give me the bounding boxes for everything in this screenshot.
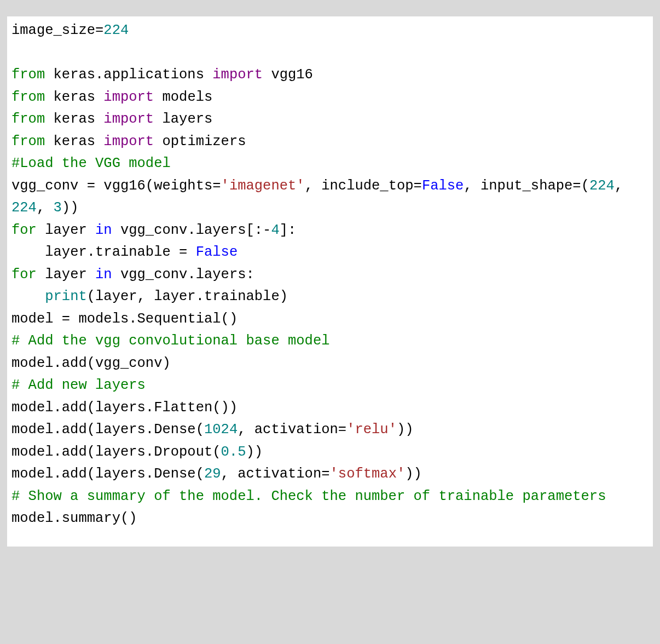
code-line: model.add(layers.Dropout(0.5)) xyxy=(11,444,263,460)
code-comment: # Add the vgg convolutional base model xyxy=(11,333,330,349)
code-line: layer.trainable = False xyxy=(11,244,238,260)
code-line: image_size=224 xyxy=(11,22,129,38)
code-line: for layer in vgg_conv.layers[:-4]: xyxy=(11,222,296,238)
code-line: model.summary() xyxy=(11,510,137,526)
code-line: print(layer, layer.trainable) xyxy=(11,289,288,304)
code-line: model.add(vgg_conv) xyxy=(11,355,171,371)
code-comment: #Load the VGG model xyxy=(11,156,171,171)
code-line: from keras.applications import vgg16 xyxy=(11,67,313,83)
code-blank-line xyxy=(11,45,20,61)
code-block: image_size=224 from keras.applications i… xyxy=(7,16,653,547)
code-comment: # Show a summary of the model. Check the… xyxy=(11,488,606,504)
code-line: vgg_conv = vgg16(weights='imagenet', inc… xyxy=(11,178,632,216)
code-line: from keras import optimizers xyxy=(11,134,246,150)
code-line: model = models.Sequential() xyxy=(11,311,238,327)
code-comment: # Add new layers xyxy=(11,377,146,393)
code-line: model.add(layers.Dense(29, activation='s… xyxy=(11,466,422,482)
code-line: model.add(layers.Flatten()) xyxy=(11,400,238,416)
code-line: from keras import layers xyxy=(11,111,212,127)
code-line: model.add(layers.Dense(1024, activation=… xyxy=(11,422,414,438)
code-content: image_size=224 from keras.applications i… xyxy=(11,20,649,530)
code-line: for layer in vgg_conv.layers: xyxy=(11,267,254,283)
code-line: from keras import models xyxy=(11,89,212,105)
